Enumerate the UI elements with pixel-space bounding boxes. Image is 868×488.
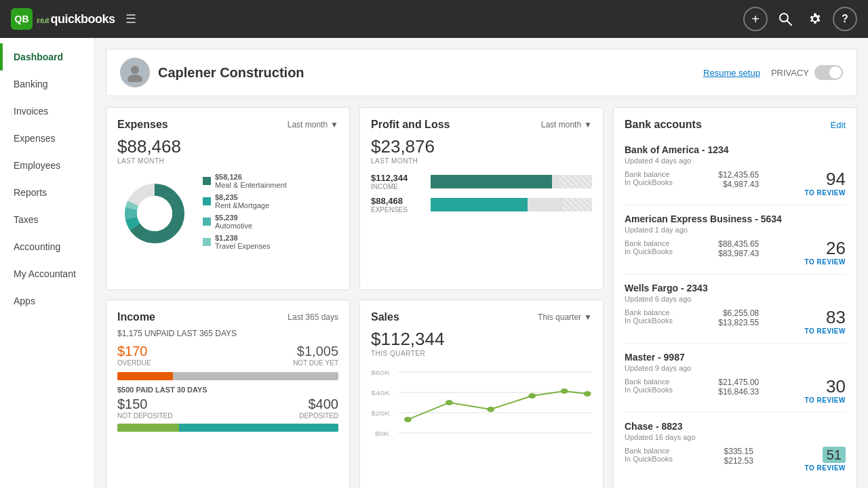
hamburger-icon[interactable]: ☰ <box>125 12 136 26</box>
company-info: Caplener Construction <box>120 58 304 87</box>
bank-account-2: Wells Fargo - 2343 Updated 6 days ago Ba… <box>625 274 846 344</box>
svg-line-3 <box>787 21 791 25</box>
bank-name-3: Master - 9987 <box>625 352 846 363</box>
sidebar-item-taxes[interactable]: Taxes <box>0 206 94 233</box>
income-bar-unpaid <box>117 372 338 380</box>
sales-amount: $112,344 <box>371 329 592 350</box>
sidebar-item-banking[interactable]: Banking <box>0 70 94 98</box>
svg-text:$0K: $0K <box>374 430 390 436</box>
sidebar: Dashboard Banking Invoices Expenses Empl… <box>0 38 95 488</box>
pl-filter[interactable]: Last month ▼ <box>541 120 592 129</box>
not-dep-label: NOT DEPOSITED <box>117 412 173 420</box>
bank-to-review-0[interactable]: TO REVIEW <box>805 189 846 197</box>
pl-bars: $112,344 INCOME $88,468 EXPENSES <box>371 173 592 214</box>
company-avatar <box>120 58 150 87</box>
svg-point-21 <box>446 400 453 405</box>
company-name: Caplener Construction <box>158 65 304 81</box>
bank-to-review-1[interactable]: TO REVIEW <box>805 258 846 266</box>
bank-updated-2: Updated 6 days ago <box>625 295 846 303</box>
bank-updated-4: Updated 16 days ago <box>625 433 846 441</box>
svg-point-2 <box>780 14 788 22</box>
privacy-toggle[interactable] <box>814 65 843 80</box>
bank-count-4: 51 <box>823 447 846 463</box>
sidebar-item-dashboard[interactable]: Dashboard <box>0 43 94 70</box>
expenses-title: Expenses <box>117 119 168 131</box>
bank-name-1: American Express Business - 5634 <box>625 214 846 224</box>
svg-point-22 <box>487 407 494 412</box>
income-title: Income <box>117 311 155 323</box>
income-deposit-row: $150 NOT DEPOSITED $400 DEPOSITED <box>117 396 338 420</box>
sidebar-item-invoices[interactable]: Invoices <box>0 98 94 125</box>
sidebar-item-employees[interactable]: Employees <box>0 152 94 179</box>
dep-label: DEPOSITED <box>299 412 338 420</box>
income-filter[interactable]: Last 365 days <box>288 312 338 322</box>
expenses-body: $58,126 Meal & Entertainment $8,235 Rent… <box>117 173 338 254</box>
bank-edit-button[interactable]: Edit <box>831 120 846 130</box>
resume-setup-link[interactable]: Resume setup <box>703 68 760 78</box>
svg-point-11 <box>137 196 172 231</box>
dep-amount: $400 <box>299 396 338 412</box>
qb-logo: QB intuit quickbooks <box>11 8 115 30</box>
bank-to-review-2[interactable]: TO REVIEW <box>805 327 846 335</box>
bank-account-4: Chase - 8823 Updated 16 days ago Bank ba… <box>625 413 846 480</box>
legend-item-1: $8,235 Rent &Mortgage <box>203 193 338 209</box>
bank-balance-row-4: Bank balance In QuickBooks $335.15 $212.… <box>625 447 846 472</box>
bank-title: Bank accounts <box>625 119 702 131</box>
sales-filter[interactable]: This quarter ▼ <box>538 312 592 322</box>
pl-bar-expenses: $88,468 EXPENSES <box>371 196 592 214</box>
help-button[interactable]: ? <box>833 7 857 31</box>
legend-item-0: $58,126 Meal & Entertainment <box>203 173 338 189</box>
bank-count-2: 83 <box>826 308 846 326</box>
sidebar-item-reports[interactable]: Reports <box>0 179 94 206</box>
bank-count-3: 30 <box>826 378 846 395</box>
bank-to-review-3[interactable]: TO REVIEW <box>805 396 846 404</box>
pl-income-track <box>431 175 592 188</box>
bank-account-3: Master - 9987 Updated 9 days ago Bank ba… <box>625 344 846 413</box>
svg-text:$60K: $60K <box>371 369 391 375</box>
pl-label: LAST MONTH <box>371 157 592 165</box>
expenses-filter[interactable]: Last month ▼ <box>288 120 338 129</box>
not-due-bar <box>173 372 339 380</box>
svg-point-5 <box>127 75 142 82</box>
settings-button[interactable] <box>803 7 827 31</box>
add-button[interactable]: + <box>743 7 768 31</box>
sidebar-item-my-accountant[interactable]: My Accountant <box>0 260 94 287</box>
profit-loss-card: Profit and Loss Last month ▼ $23,876 LAS… <box>359 107 604 290</box>
sidebar-item-expenses[interactable]: Expenses <box>0 125 94 152</box>
sidebar-item-accounting[interactable]: Accounting <box>0 233 94 260</box>
bank-balance-row-3: Bank balance In QuickBooks $21,475.00 $1… <box>625 378 846 404</box>
sidebar-item-apps[interactable]: Apps <box>0 287 94 314</box>
bank-updated-3: Updated 9 days ago <box>625 364 846 372</box>
expenses-card: Expenses Last month ▼ $88,468 LAST MONTH <box>106 107 350 290</box>
legend-color-3 <box>203 238 211 246</box>
sales-header: Sales This quarter ▼ <box>371 311 592 323</box>
pl-amount: $23,876 <box>371 136 592 157</box>
expenses-amount: $88,468 <box>117 136 338 157</box>
bank-account-1: American Express Business - 5634 Updated… <box>625 205 846 274</box>
svg-point-4 <box>131 66 139 74</box>
nav-left: QB intuit quickbooks ☰ <box>11 8 136 30</box>
bank-count-1: 26 <box>826 239 846 257</box>
search-button[interactable] <box>773 7 797 31</box>
pl-header: Profit and Loss Last month ▼ <box>371 119 592 131</box>
app-name: intuit quickbooks <box>37 12 115 26</box>
pl-bar-income: $112,344 INCOME <box>371 173 592 190</box>
svg-text:$20K: $20K <box>371 409 391 416</box>
not-due-label: NOT DUE YET <box>293 359 338 367</box>
bank-to-review-4[interactable]: TO REVIEW <box>805 464 846 472</box>
bank-balance-row-2: Bank balance In QuickBooks $6,255.08 $13… <box>625 308 846 335</box>
header-right: Resume setup PRIVACY <box>703 65 843 80</box>
main-content: Caplener Construction Resume setup PRIVA… <box>95 38 868 488</box>
bank-account-0: Bank of America - 1234 Updated 4 days ag… <box>625 136 846 205</box>
sales-title: Sales <box>371 311 399 323</box>
svg-point-23 <box>528 393 536 399</box>
legend-item-2: $5,239 Automotive <box>203 214 338 230</box>
sales-card: Sales This quarter ▼ $112,344 THIS QUART… <box>359 300 604 489</box>
privacy-toggle-group: PRIVACY <box>771 65 843 80</box>
overdue-amount: $170 <box>117 344 151 359</box>
bank-count-0: 94 <box>826 170 846 188</box>
deposited-bar <box>179 424 338 432</box>
bank-name-4: Chase - 8823 <box>625 421 846 432</box>
pl-title: Profit and Loss <box>371 119 450 131</box>
bank-balance-row-1: Bank balance In QuickBooks $88,435.65 $8… <box>625 239 846 266</box>
